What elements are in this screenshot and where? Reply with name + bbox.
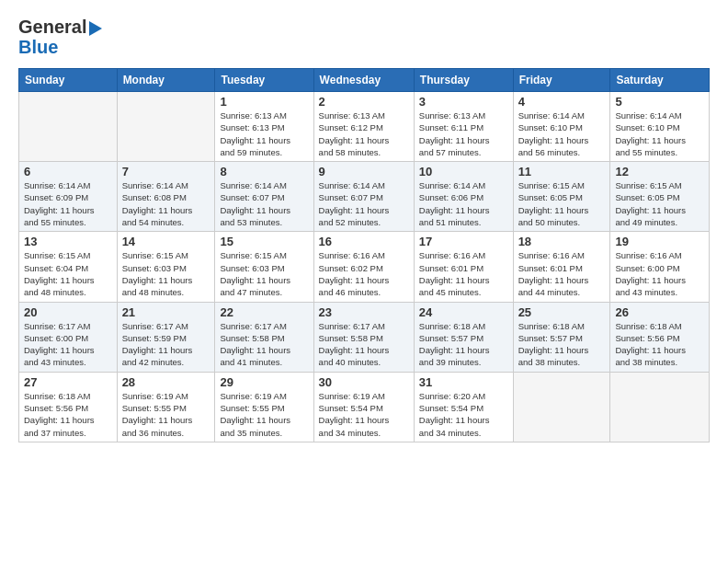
day-number: 22: [220, 305, 308, 319]
calendar-cell: 6Sunrise: 6:14 AMSunset: 6:09 PMDaylight…: [19, 162, 118, 232]
calendar-cell: 10Sunrise: 6:14 AMSunset: 6:06 PMDayligh…: [414, 162, 513, 232]
day-info: Sunrise: 6:18 AMSunset: 5:56 PMDaylight:…: [24, 390, 112, 439]
calendar-cell: 2Sunrise: 6:13 AMSunset: 6:12 PMDaylight…: [313, 92, 414, 162]
day-number: 15: [220, 235, 308, 248]
day-number: 1: [220, 95, 308, 109]
day-number: 19: [615, 235, 704, 248]
calendar-cell: 30Sunrise: 6:19 AMSunset: 5:54 PMDayligh…: [313, 372, 414, 442]
day-info: Sunrise: 6:17 AMSunset: 5:58 PMDaylight:…: [319, 320, 409, 369]
day-info: Sunrise: 6:14 AMSunset: 6:06 PMDaylight:…: [419, 179, 508, 228]
calendar-table: SundayMondayTuesdayWednesdayThursdayFrid…: [18, 68, 710, 442]
calendar-cell: 3Sunrise: 6:13 AMSunset: 6:11 PMDaylight…: [414, 92, 513, 162]
day-number: 31: [419, 375, 508, 389]
day-number: 29: [220, 375, 308, 389]
day-info: Sunrise: 6:16 AMSunset: 6:01 PMDaylight:…: [518, 249, 606, 298]
logo: General Blue: [18, 17, 102, 57]
day-info: Sunrise: 6:14 AMSunset: 6:08 PMDaylight:…: [122, 179, 210, 228]
day-number: 10: [419, 165, 508, 178]
day-info: Sunrise: 6:17 AMSunset: 5:59 PMDaylight:…: [122, 320, 210, 369]
day-info: Sunrise: 6:15 AMSunset: 6:05 PMDaylight:…: [615, 179, 704, 228]
day-info: Sunrise: 6:17 AMSunset: 6:00 PMDaylight:…: [24, 320, 112, 369]
calendar-cell: 19Sunrise: 6:16 AMSunset: 6:00 PMDayligh…: [610, 232, 710, 302]
day-number: 23: [319, 305, 409, 319]
calendar-cell: 13Sunrise: 6:15 AMSunset: 6:04 PMDayligh…: [19, 232, 118, 302]
calendar-week-row: 6Sunrise: 6:14 AMSunset: 6:09 PMDaylight…: [19, 162, 710, 232]
calendar-cell: 22Sunrise: 6:17 AMSunset: 5:58 PMDayligh…: [215, 302, 313, 372]
day-number: 30: [319, 375, 409, 389]
calendar-cell: 21Sunrise: 6:17 AMSunset: 5:59 PMDayligh…: [117, 302, 215, 372]
weekday-header-row: SundayMondayTuesdayWednesdayThursdayFrid…: [19, 69, 710, 92]
calendar-cell: 25Sunrise: 6:18 AMSunset: 5:57 PMDayligh…: [513, 302, 610, 372]
calendar-cell: 28Sunrise: 6:19 AMSunset: 5:55 PMDayligh…: [117, 372, 215, 442]
day-number: 25: [518, 305, 606, 319]
day-number: 6: [24, 165, 112, 178]
calendar-cell: [117, 92, 215, 162]
day-number: 18: [518, 235, 606, 248]
day-number: 4: [518, 95, 606, 109]
calendar-cell: [610, 372, 710, 442]
calendar-cell: 9Sunrise: 6:14 AMSunset: 6:07 PMDaylight…: [313, 162, 414, 232]
day-info: Sunrise: 6:14 AMSunset: 6:07 PMDaylight:…: [220, 179, 308, 228]
day-number: 13: [24, 235, 112, 248]
day-number: 3: [419, 95, 508, 109]
day-number: 24: [419, 305, 508, 319]
weekday-header-friday: Friday: [513, 69, 610, 92]
calendar-cell: 16Sunrise: 6:16 AMSunset: 6:02 PMDayligh…: [313, 232, 414, 302]
day-info: Sunrise: 6:14 AMSunset: 6:09 PMDaylight:…: [24, 179, 112, 228]
day-info: Sunrise: 6:13 AMSunset: 6:11 PMDaylight:…: [419, 109, 508, 158]
calendar-week-row: 27Sunrise: 6:18 AMSunset: 5:56 PMDayligh…: [19, 372, 710, 442]
calendar-cell: 14Sunrise: 6:15 AMSunset: 6:03 PMDayligh…: [117, 232, 215, 302]
calendar-cell: 20Sunrise: 6:17 AMSunset: 6:00 PMDayligh…: [19, 302, 118, 372]
calendar-cell: 23Sunrise: 6:17 AMSunset: 5:58 PMDayligh…: [313, 302, 414, 372]
day-number: 27: [24, 375, 112, 389]
header: General Blue: [18, 17, 710, 57]
calendar-week-row: 13Sunrise: 6:15 AMSunset: 6:04 PMDayligh…: [19, 232, 710, 302]
day-info: Sunrise: 6:14 AMSunset: 6:10 PMDaylight:…: [518, 109, 606, 158]
calendar-cell: 5Sunrise: 6:14 AMSunset: 6:10 PMDaylight…: [610, 92, 710, 162]
day-info: Sunrise: 6:13 AMSunset: 6:12 PMDaylight:…: [319, 109, 409, 158]
calendar-week-row: 1Sunrise: 6:13 AMSunset: 6:13 PMDaylight…: [19, 92, 710, 162]
calendar-cell: 1Sunrise: 6:13 AMSunset: 6:13 PMDaylight…: [215, 92, 313, 162]
day-info: Sunrise: 6:18 AMSunset: 5:57 PMDaylight:…: [419, 320, 508, 369]
day-info: Sunrise: 6:19 AMSunset: 5:55 PMDaylight:…: [220, 390, 308, 439]
day-info: Sunrise: 6:14 AMSunset: 6:10 PMDaylight:…: [615, 109, 704, 158]
calendar-cell: 24Sunrise: 6:18 AMSunset: 5:57 PMDayligh…: [414, 302, 513, 372]
day-number: 21: [122, 305, 210, 319]
day-number: 5: [615, 95, 704, 109]
day-info: Sunrise: 6:18 AMSunset: 5:56 PMDaylight:…: [615, 320, 704, 369]
weekday-header-thursday: Thursday: [414, 69, 513, 92]
day-info: Sunrise: 6:20 AMSunset: 5:54 PMDaylight:…: [419, 390, 508, 439]
weekday-header-monday: Monday: [117, 69, 215, 92]
calendar-cell: 7Sunrise: 6:14 AMSunset: 6:08 PMDaylight…: [117, 162, 215, 232]
day-info: Sunrise: 6:16 AMSunset: 6:01 PMDaylight:…: [419, 249, 508, 298]
day-info: Sunrise: 6:16 AMSunset: 6:02 PMDaylight:…: [319, 249, 409, 298]
weekday-header-saturday: Saturday: [610, 69, 710, 92]
day-number: 12: [615, 165, 704, 178]
day-info: Sunrise: 6:15 AMSunset: 6:03 PMDaylight:…: [122, 249, 210, 298]
calendar-cell: 17Sunrise: 6:16 AMSunset: 6:01 PMDayligh…: [414, 232, 513, 302]
calendar-cell: [19, 92, 118, 162]
calendar-cell: 29Sunrise: 6:19 AMSunset: 5:55 PMDayligh…: [215, 372, 313, 442]
calendar-cell: 31Sunrise: 6:20 AMSunset: 5:54 PMDayligh…: [414, 372, 513, 442]
day-info: Sunrise: 6:16 AMSunset: 6:00 PMDaylight:…: [615, 249, 704, 298]
day-info: Sunrise: 6:15 AMSunset: 6:03 PMDaylight:…: [220, 249, 308, 298]
calendar-week-row: 20Sunrise: 6:17 AMSunset: 6:00 PMDayligh…: [19, 302, 710, 372]
day-number: 20: [24, 305, 112, 319]
weekday-header-sunday: Sunday: [19, 69, 118, 92]
day-info: Sunrise: 6:15 AMSunset: 6:05 PMDaylight:…: [518, 179, 606, 228]
day-number: 7: [122, 165, 210, 178]
day-info: Sunrise: 6:19 AMSunset: 5:54 PMDaylight:…: [319, 390, 409, 439]
day-number: 28: [122, 375, 210, 389]
calendar-cell: 15Sunrise: 6:15 AMSunset: 6:03 PMDayligh…: [215, 232, 313, 302]
calendar-cell: 11Sunrise: 6:15 AMSunset: 6:05 PMDayligh…: [513, 162, 610, 232]
calendar-cell: 27Sunrise: 6:18 AMSunset: 5:56 PMDayligh…: [19, 372, 118, 442]
day-number: 9: [319, 165, 409, 178]
day-number: 11: [518, 165, 606, 178]
calendar-cell: [513, 372, 610, 442]
day-number: 8: [220, 165, 308, 178]
weekday-header-tuesday: Tuesday: [215, 69, 313, 92]
day-number: 17: [419, 235, 508, 248]
calendar-cell: 8Sunrise: 6:14 AMSunset: 6:07 PMDaylight…: [215, 162, 313, 232]
calendar-cell: 18Sunrise: 6:16 AMSunset: 6:01 PMDayligh…: [513, 232, 610, 302]
day-number: 26: [615, 305, 704, 319]
